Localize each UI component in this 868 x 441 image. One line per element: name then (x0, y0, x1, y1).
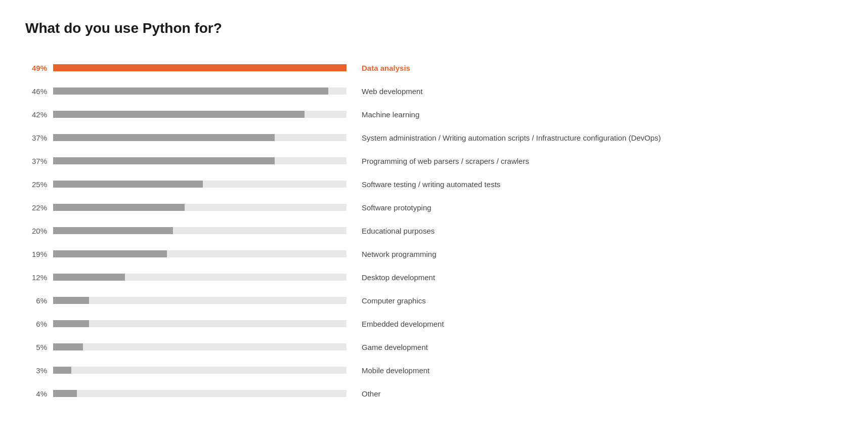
bar-track (53, 181, 346, 188)
category-label: Data analysis (362, 64, 410, 72)
percent-label: 4% (25, 389, 53, 398)
bar-track (53, 297, 346, 304)
chart-row: 20%Educational purposes (25, 219, 843, 242)
chart-row: 46%Web development (25, 80, 843, 102)
bar-fill (53, 274, 125, 281)
chart-row: 5%Game development (25, 336, 843, 358)
category-label: Educational purposes (362, 227, 435, 235)
category-label: Software prototyping (362, 203, 431, 212)
bar-track (53, 64, 346, 71)
page-title: What do you use Python for? (25, 20, 843, 36)
bar-track (53, 227, 346, 234)
bar-fill (53, 204, 185, 211)
bar-fill (53, 227, 173, 234)
chart-row: 6%Computer graphics (25, 289, 843, 312)
chart-row: 42%Machine learning (25, 103, 843, 125)
category-label: Web development (362, 87, 423, 96)
bar-fill (53, 64, 346, 71)
chart-row: 22%Software prototyping (25, 196, 843, 218)
bar-fill (53, 157, 275, 164)
bar-track (53, 343, 346, 350)
category-label: Mobile development (362, 366, 429, 375)
category-label: Desktop development (362, 273, 435, 282)
percent-label: 12% (25, 273, 53, 282)
category-label: System administration / Writing automati… (362, 134, 661, 142)
chart-row: 49%Data analysis (25, 57, 843, 79)
bar-fill (53, 297, 89, 304)
bar-track (53, 250, 346, 257)
category-label: Other (362, 389, 381, 398)
category-label: Machine learning (362, 110, 419, 119)
bar-fill (53, 134, 275, 141)
chart-row: 37%Programming of web parsers / scrapers… (25, 150, 843, 172)
bar-track (53, 320, 346, 327)
percent-label: 46% (25, 87, 53, 96)
chart-row: 6%Embedded development (25, 313, 843, 335)
bar-fill (53, 343, 83, 350)
bar-track (53, 111, 346, 118)
category-label: Computer graphics (362, 296, 426, 305)
percent-label: 37% (25, 157, 53, 165)
chart-row: 3%Mobile development (25, 359, 843, 381)
percent-label: 25% (25, 180, 53, 189)
bar-fill (53, 367, 71, 374)
bar-track (53, 87, 346, 95)
bar-track (53, 157, 346, 164)
chart-row: 37%System administration / Writing autom… (25, 126, 843, 149)
chart-row: 12%Desktop development (25, 266, 843, 288)
category-label: Programming of web parsers / scrapers / … (362, 157, 529, 165)
category-label: Game development (362, 343, 428, 351)
bar-fill (53, 111, 305, 118)
category-label: Embedded development (362, 320, 444, 328)
percent-label: 20% (25, 227, 53, 235)
chart-row: 4%Other (25, 382, 843, 405)
bar-track (53, 390, 346, 397)
percent-label: 5% (25, 343, 53, 351)
bar-track (53, 134, 346, 141)
percent-label: 19% (25, 250, 53, 258)
category-label: Software testing / writing automated tes… (362, 180, 500, 189)
percent-label: 42% (25, 110, 53, 119)
percent-label: 22% (25, 203, 53, 212)
bar-track (53, 367, 346, 374)
bar-track (53, 204, 346, 211)
percent-label: 49% (25, 64, 53, 72)
bar-fill (53, 390, 77, 397)
bar-fill (53, 250, 167, 257)
percent-label: 6% (25, 320, 53, 328)
bar-track (53, 274, 346, 281)
percent-label: 3% (25, 366, 53, 375)
chart-container: 49%Data analysis46%Web development42%Mac… (25, 57, 843, 406)
bar-fill (53, 181, 203, 188)
percent-label: 6% (25, 296, 53, 305)
bar-fill (53, 87, 328, 95)
category-label: Network programming (362, 250, 437, 258)
bar-fill (53, 320, 89, 327)
chart-row: 25%Software testing / writing automated … (25, 173, 843, 195)
chart-row: 19%Network programming (25, 243, 843, 265)
percent-label: 37% (25, 134, 53, 142)
